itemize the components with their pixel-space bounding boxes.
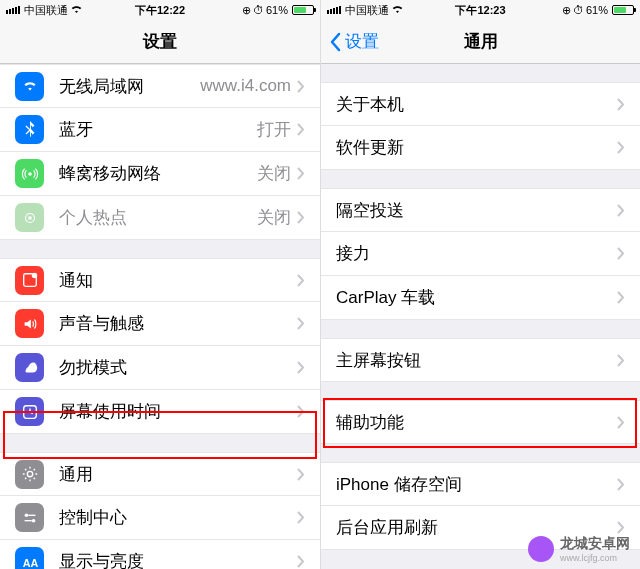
svg-point-7 [24,513,28,517]
cell-label: iPhone 储存空间 [336,473,617,496]
cell-label: 显示与亮度 [59,550,297,569]
status-bar: 中国联通 下午12:23 ⊕ ⏱ 61% [321,0,640,20]
cell-label: 软件更新 [336,136,617,159]
alarm-icon: ⏱ [573,4,584,16]
cell-声音与触感[interactable]: 声音与触感 [0,302,320,346]
cell-value: www.i4.com [200,76,291,96]
cell-value: 关闭 [257,162,291,185]
general-screen: 中国联通 下午12:23 ⊕ ⏱ 61% 设置 通用 关于本机软件更新隔空投送接… [320,0,640,569]
cellular-icon [15,159,44,188]
cell-value: 打开 [257,118,291,141]
cell-个人热点[interactable]: 个人热点关闭 [0,196,320,240]
signal-icon [327,6,341,14]
cell-关于本机[interactable]: 关于本机 [321,82,640,126]
battery-percent: 61% [266,4,288,16]
settings-screen: 中国联通 下午12:22 ⊕ ⏱ 61% 设置 无线局域网www.i4.com蓝… [0,0,320,569]
cell-label: 蜂窝移动网络 [59,162,257,185]
cell-iPhone 储存空间[interactable]: iPhone 储存空间 [321,462,640,506]
cell-主屏幕按钮[interactable]: 主屏幕按钮 [321,338,640,382]
hotspot-icon [15,203,44,232]
cell-蜂窝移动网络[interactable]: 蜂窝移动网络关闭 [0,152,320,196]
general-list[interactable]: 关于本机软件更新隔空投送接力CarPlay 车载主屏幕按钮辅助功能iPhone … [321,64,640,569]
svg-point-1 [28,216,32,220]
screentime-icon [15,397,44,426]
back-button[interactable]: 设置 [329,30,379,53]
watermark-logo-icon [528,536,554,562]
wifi-icon [15,72,44,101]
cell-隔空投送[interactable]: 隔空投送 [321,188,640,232]
cell-通知[interactable]: 通知 [0,258,320,302]
cell-label: 关于本机 [336,93,617,116]
cell-label: 个人热点 [59,206,257,229]
cell-控制中心[interactable]: 控制中心 [0,496,320,540]
cell-蓝牙[interactable]: 蓝牙打开 [0,108,320,152]
svg-point-0 [28,172,32,176]
cell-勿扰模式[interactable]: 勿扰模式 [0,346,320,390]
page-title: 通用 [464,30,498,53]
cell-value: 关闭 [257,206,291,229]
bluetooth-icon [15,115,44,144]
cell-CarPlay 车载[interactable]: CarPlay 车载 [321,276,640,320]
cell-无线局域网[interactable]: 无线局域网www.i4.com [0,64,320,108]
cell-label: 接力 [336,242,617,265]
display-icon: AA [15,547,44,569]
time-label: 下午12:23 [455,3,505,18]
cell-label: 通用 [59,463,297,486]
watermark: 龙城安卓网 www.lcjfg.com [528,535,630,563]
dnd-icon [15,353,44,382]
carrier-label: 中国联通 [24,3,68,18]
settings-list[interactable]: 无线局域网www.i4.com蓝牙打开蜂窝移动网络关闭个人热点关闭通知声音与触感… [0,64,320,569]
svg-point-6 [27,471,32,476]
page-title: 设置 [143,30,177,53]
status-bar: 中国联通 下午12:22 ⊕ ⏱ 61% [0,0,320,20]
cell-label: 勿扰模式 [59,356,297,379]
svg-point-8 [31,518,35,522]
cell-label: 屏幕使用时间 [59,400,297,423]
cell-接力[interactable]: 接力 [321,232,640,276]
nav-bar: 设置 通用 [321,20,640,64]
wifi-icon [70,4,83,16]
nav-bar: 设置 [0,20,320,64]
battery-percent: 61% [586,4,608,16]
signal-icon [6,6,20,14]
orientation-lock-icon: ⊕ [562,4,571,17]
cell-通用[interactable]: 通用 [0,452,320,496]
cell-软件更新[interactable]: 软件更新 [321,126,640,170]
svg-point-4 [31,273,36,278]
watermark-text: 龙城安卓网 [560,535,630,553]
battery-icon [612,5,634,15]
carrier-label: 中国联通 [345,3,389,18]
orientation-lock-icon: ⊕ [242,4,251,17]
wifi-icon [391,4,404,16]
cell-label: 隔空投送 [336,199,617,222]
time-label: 下午12:22 [135,3,185,18]
notify-icon [15,266,44,295]
control-icon [15,503,44,532]
cell-label: 声音与触感 [59,312,297,335]
cell-label: 主屏幕按钮 [336,349,617,372]
svg-text:AA: AA [22,556,38,568]
cell-辅助功能[interactable]: 辅助功能 [321,400,640,444]
back-label: 设置 [345,30,379,53]
cell-label: 无线局域网 [59,75,200,98]
cell-label: 控制中心 [59,506,297,529]
cell-label: 通知 [59,269,297,292]
alarm-icon: ⏱ [253,4,264,16]
cell-label: CarPlay 车载 [336,286,617,309]
sound-icon [15,309,44,338]
cell-显示与亮度[interactable]: AA显示与亮度 [0,540,320,569]
cell-label: 蓝牙 [59,118,257,141]
watermark-url: www.lcjfg.com [560,553,630,563]
general-icon [15,460,44,489]
cell-屏幕使用时间[interactable]: 屏幕使用时间 [0,390,320,434]
cell-label: 辅助功能 [336,411,617,434]
battery-icon [292,5,314,15]
